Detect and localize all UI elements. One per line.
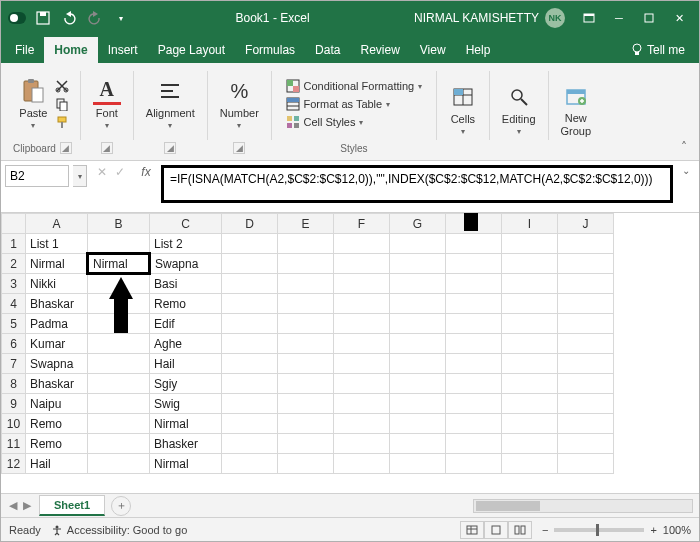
sheet-nav[interactable]: ◀ ▶ <box>1 499 39 512</box>
tab-formulas[interactable]: Formulas <box>235 37 305 63</box>
cell[interactable]: Nirmal <box>150 414 222 434</box>
cell[interactable] <box>222 234 278 254</box>
cell[interactable]: Hail <box>150 354 222 374</box>
sheet-next-icon[interactable]: ▶ <box>23 499 31 512</box>
cell[interactable] <box>446 294 502 314</box>
cell[interactable] <box>88 394 150 414</box>
cell[interactable] <box>334 274 390 294</box>
alignment-button[interactable]: Alignment ▾ <box>142 75 199 132</box>
ribbon-display-icon[interactable] <box>575 8 603 28</box>
cell[interactable] <box>334 354 390 374</box>
row-header[interactable]: 2 <box>2 254 26 274</box>
horizontal-scrollbar[interactable] <box>473 499 693 513</box>
tab-file[interactable]: File <box>5 37 44 63</box>
cell[interactable] <box>446 274 502 294</box>
cell[interactable] <box>390 254 446 274</box>
page-layout-view-button[interactable] <box>484 521 508 539</box>
cell[interactable] <box>502 414 558 434</box>
copy-icon[interactable] <box>55 97 69 111</box>
new-group-button[interactable]: New Group <box>557 80 596 138</box>
cancel-formula-icon[interactable]: ✕ <box>97 165 107 179</box>
cell[interactable] <box>446 354 502 374</box>
cell[interactable]: Naipu <box>26 394 88 414</box>
cell[interactable]: Sgiy <box>150 374 222 394</box>
cell[interactable] <box>558 254 614 274</box>
cell[interactable] <box>502 294 558 314</box>
cell[interactable] <box>558 274 614 294</box>
save-icon[interactable] <box>33 8 53 28</box>
cell[interactable] <box>334 374 390 394</box>
cell[interactable] <box>334 434 390 454</box>
cell[interactable] <box>88 374 150 394</box>
cell[interactable] <box>558 414 614 434</box>
cell[interactable] <box>558 294 614 314</box>
font-button[interactable]: A Font ▾ <box>89 75 125 132</box>
format-as-table-button[interactable]: Format as Table ▾ <box>286 96 423 112</box>
row-header[interactable]: 7 <box>2 354 26 374</box>
row-header[interactable]: 4 <box>2 294 26 314</box>
cell[interactable]: Nirmal <box>150 454 222 474</box>
cell[interactable] <box>502 274 558 294</box>
enter-formula-icon[interactable]: ✓ <box>115 165 125 179</box>
cell[interactable] <box>334 254 390 274</box>
collapse-ribbon-icon[interactable]: ˄ <box>681 140 693 160</box>
cell[interactable] <box>502 234 558 254</box>
number-launcher-icon[interactable]: ◢ <box>233 142 245 154</box>
cell[interactable] <box>558 354 614 374</box>
cell[interactable] <box>334 334 390 354</box>
cell[interactable] <box>88 234 150 254</box>
cell[interactable] <box>222 334 278 354</box>
cell[interactable]: Nirmal <box>26 254 88 274</box>
name-box[interactable] <box>5 165 69 187</box>
column-header[interactable]: I <box>502 214 558 234</box>
undo-icon[interactable] <box>59 8 79 28</box>
cell[interactable] <box>278 414 334 434</box>
cell[interactable] <box>278 374 334 394</box>
formula-bar[interactable]: =IF(ISNA(MATCH(A2,$C$2:$C$12,0)),"",INDE… <box>161 165 673 203</box>
cell[interactable] <box>278 234 334 254</box>
sheet-tab[interactable]: Sheet1 <box>39 495 105 516</box>
cell[interactable] <box>558 334 614 354</box>
column-header[interactable]: B <box>88 214 150 234</box>
cell[interactable] <box>222 414 278 434</box>
cell[interactable]: Kumar <box>26 334 88 354</box>
font-launcher-icon[interactable]: ◢ <box>101 142 113 154</box>
cell[interactable] <box>390 354 446 374</box>
row-header[interactable]: 3 <box>2 274 26 294</box>
expand-formula-bar-icon[interactable]: ⌄ <box>677 165 695 176</box>
column-header[interactable]: H <box>446 214 502 234</box>
cell[interactable] <box>390 434 446 454</box>
alignment-launcher-icon[interactable]: ◢ <box>164 142 176 154</box>
column-header[interactable]: E <box>278 214 334 234</box>
cell[interactable]: Aghe <box>150 334 222 354</box>
cell[interactable] <box>390 374 446 394</box>
cell[interactable]: Edif <box>150 314 222 334</box>
cell[interactable] <box>446 434 502 454</box>
cell[interactable] <box>558 434 614 454</box>
cell[interactable] <box>278 274 334 294</box>
column-header[interactable]: J <box>558 214 614 234</box>
tab-insert[interactable]: Insert <box>98 37 148 63</box>
cell[interactable]: Swapna <box>150 254 222 274</box>
clipboard-launcher-icon[interactable]: ◢ <box>60 142 72 154</box>
cell[interactable] <box>88 414 150 434</box>
cell[interactable] <box>278 394 334 414</box>
close-icon[interactable]: ✕ <box>665 8 693 28</box>
number-button[interactable]: % Number ▾ <box>216 75 263 132</box>
cell[interactable] <box>446 394 502 414</box>
column-header[interactable]: C <box>150 214 222 234</box>
cell[interactable] <box>222 374 278 394</box>
cell[interactable]: Swig <box>150 394 222 414</box>
cell[interactable] <box>334 394 390 414</box>
cell[interactable]: List 1 <box>26 234 88 254</box>
cell[interactable] <box>558 234 614 254</box>
cell[interactable] <box>502 394 558 414</box>
cell[interactable] <box>222 294 278 314</box>
cell[interactable] <box>558 454 614 474</box>
tell-me-search[interactable]: Tell me <box>621 37 695 63</box>
cell[interactable]: Remo <box>26 434 88 454</box>
page-break-view-button[interactable] <box>508 521 532 539</box>
cell[interactable] <box>390 454 446 474</box>
accessibility-status[interactable]: Accessibility: Good to go <box>51 524 187 536</box>
cell[interactable]: Bhasker <box>150 434 222 454</box>
